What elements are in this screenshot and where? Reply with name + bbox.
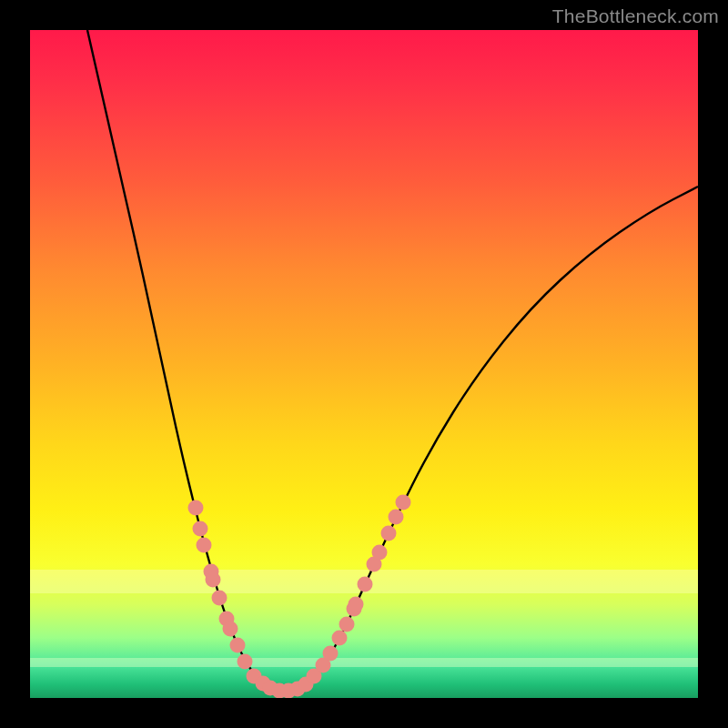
data-marker (372, 545, 388, 561)
data-marker (230, 638, 246, 653)
data-marker (339, 617, 355, 632)
data-marker (332, 631, 348, 646)
chart-svg (30, 30, 698, 698)
data-marker (323, 646, 339, 662)
data-marker (223, 622, 238, 637)
bottleneck-curve (87, 30, 698, 691)
data-marker (381, 526, 397, 541)
watermark-text: TheBottleneck.com (552, 5, 719, 27)
data-marker (396, 495, 411, 511)
marker-group (188, 495, 411, 699)
data-marker (389, 510, 404, 525)
data-marker (193, 521, 208, 537)
data-marker (188, 500, 204, 516)
data-marker (197, 538, 212, 553)
data-marker (358, 577, 373, 592)
chart-plot-area (30, 30, 698, 698)
data-marker (206, 572, 221, 588)
data-marker (238, 654, 253, 670)
data-marker (212, 591, 228, 606)
data-marker (349, 597, 364, 612)
